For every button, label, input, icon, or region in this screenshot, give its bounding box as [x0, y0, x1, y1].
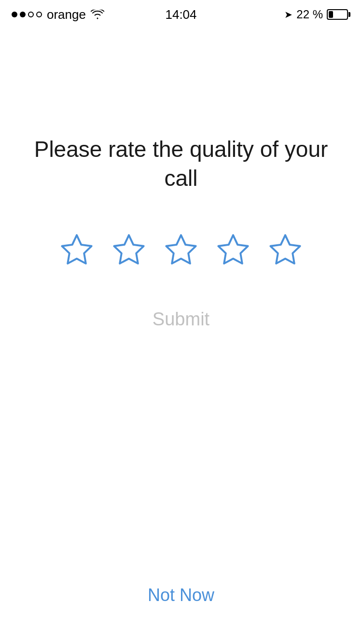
stars-container[interactable] — [57, 232, 305, 270]
battery-fill — [329, 11, 333, 18]
status-time: 14:04 — [165, 7, 196, 22]
prompt-title: Please rate the quality of your call — [0, 135, 362, 193]
not-now-button[interactable]: Not Now — [148, 585, 214, 605]
battery-body — [327, 9, 348, 20]
star-2[interactable] — [110, 232, 148, 270]
location-icon: ➤ — [284, 9, 292, 20]
battery-percent: 22 % — [296, 8, 323, 21]
signal-dot-4 — [36, 12, 42, 17]
status-bar: orange 14:04 ➤ 22 % — [0, 0, 362, 29]
signal-dot-2 — [20, 12, 26, 17]
battery-icon — [327, 9, 350, 20]
star-3[interactable] — [162, 232, 200, 270]
battery-tip — [348, 12, 350, 17]
carrier-name: orange — [47, 7, 86, 22]
status-left: orange — [12, 7, 104, 22]
star-1[interactable] — [57, 232, 96, 270]
signal-strength — [12, 12, 42, 17]
star-4[interactable] — [214, 232, 252, 270]
signal-dot-1 — [12, 12, 17, 17]
wifi-icon — [91, 10, 104, 19]
status-right: ➤ 22 % — [284, 8, 350, 21]
submit-button[interactable]: Submit — [153, 309, 209, 330]
main-content: Please rate the quality of your call — [0, 29, 362, 330]
signal-dot-3 — [28, 12, 34, 17]
star-5[interactable] — [266, 232, 305, 270]
